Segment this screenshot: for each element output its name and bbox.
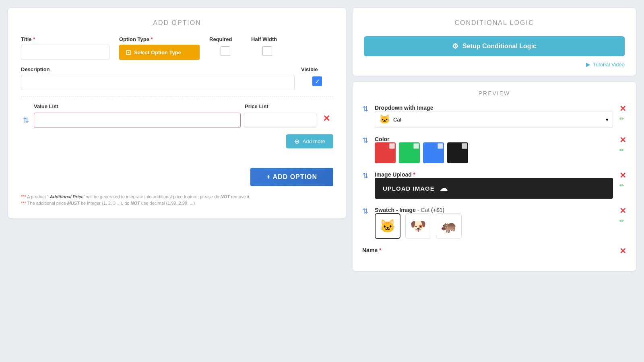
swatch-img-cat[interactable]: 🐱	[375, 213, 400, 239]
add-option-button[interactable]: + ADD OPTION	[250, 168, 333, 186]
preview-sort-handle-dropdown[interactable]: ⇅	[362, 105, 368, 113]
chevron-down-icon: ▾	[606, 117, 609, 123]
color-swatches	[375, 142, 613, 163]
value-price-header: Value List Price List	[21, 103, 333, 109]
preview-item-row-name: Name * ✕	[362, 247, 626, 255]
swatch-blue[interactable]	[423, 142, 444, 163]
notes: *** A product ".Additional Price" will b…	[21, 194, 333, 206]
note-line-1: *** A product ".Additional Price" will b…	[21, 194, 333, 199]
swatch-images: 🐱 🐶 🦛	[375, 213, 613, 239]
dropdown-select[interactable]: 🐱 Cat ▾	[375, 111, 613, 128]
add-option-panel: ADD OPTION Title * Option Type * ⊡ Selec…	[8, 8, 346, 218]
value-input[interactable]	[34, 113, 241, 128]
name-delete-button[interactable]: ✕	[619, 247, 626, 255]
description-label: Description	[21, 66, 295, 72]
preview-title: PREVIEW	[362, 90, 626, 97]
gear-icon: ⚙	[452, 42, 458, 51]
select-option-icon: ⊡	[126, 49, 131, 56]
divider	[21, 97, 333, 97]
price-list-label: Price List	[245, 103, 317, 109]
swatch-green[interactable]	[399, 142, 420, 163]
preview-item-dropdown: ⇅ Dropdown with Image 🐱 Cat ▾ ✕	[362, 105, 626, 128]
cat-emoji: 🐱	[379, 114, 390, 125]
conditional-logic-panel: CONDITIONAL LOGIC ⚙ Setup Conditional Lo…	[353, 8, 636, 76]
description-input[interactable]	[21, 75, 295, 90]
sort-handle[interactable]: ⇅	[21, 113, 31, 125]
add-more-icon: ⊕	[294, 138, 299, 145]
upload-label: Image Upload *	[375, 171, 613, 178]
preview-item-row-dropdown: ⇅ Dropdown with Image 🐱 Cat ▾ ✕	[362, 105, 626, 128]
title-group: Title *	[21, 36, 109, 60]
form-row-1: Title * Option Type * ⊡ Select Option Ty…	[21, 36, 333, 60]
dropdown-selected-text: Cat	[393, 117, 401, 123]
swatch-green-check	[413, 143, 419, 149]
preview-item-row-color: ⇅ Color	[362, 136, 626, 163]
option-type-required-star: *	[151, 36, 153, 42]
option-type-label: Option Type *	[119, 36, 200, 42]
color-delete-button[interactable]: ✕	[619, 136, 626, 144]
visible-group: Visible	[301, 66, 333, 86]
swatch-red[interactable]	[375, 142, 396, 163]
preview-item-color: ⇅ Color	[362, 136, 626, 163]
preview-item-upload: ⇅ Image Upload * UPLOAD IMAGE ☁ ✕	[362, 171, 626, 199]
swatch-img-dog[interactable]: 🐶	[405, 213, 431, 239]
option-type-group: Option Type * ⊡ Select Option Type	[119, 36, 200, 60]
upload-required-star: *	[413, 171, 415, 178]
swatch-label: Swatch - Image - Cat (+$1)	[375, 207, 613, 213]
required-group: Required	[209, 36, 242, 56]
required-checkbox-wrapper	[209, 45, 242, 56]
swatch-blue-check	[438, 143, 443, 149]
swatch-edit-button[interactable]	[619, 217, 626, 224]
add-more-button[interactable]: ⊕ Add more	[286, 134, 333, 148]
half-width-group: Half Width	[251, 36, 283, 56]
preview-panel: PREVIEW ⇅ Dropdown with Image 🐱 Cat ▾	[353, 82, 636, 271]
tutorial-link[interactable]: ▶ Tutorial Video	[364, 61, 625, 68]
color-label: Color	[375, 136, 613, 142]
upload-image-button[interactable]: UPLOAD IMAGE ☁	[375, 178, 613, 199]
setup-conditional-logic-button[interactable]: ⚙ Setup Conditional Logic	[364, 36, 625, 56]
dropdown-edit-button[interactable]	[619, 115, 626, 122]
swatch-suffix: - Cat (+$1)	[417, 207, 444, 213]
note-line-2: *** The additional price MUST be integer…	[21, 201, 333, 206]
half-width-checkbox[interactable]	[262, 46, 272, 56]
select-option-type-button[interactable]: ⊡ Select Option Type	[119, 45, 200, 60]
swatch-delete-button[interactable]: ✕	[619, 207, 626, 215]
dropdown-delete-button[interactable]: ✕	[619, 105, 626, 113]
name-label: Name *	[362, 247, 613, 253]
preview-item-row-swatch: ⇅ Swatch - Image - Cat (+$1) 🐱 🐶 🦛 ✕	[362, 207, 626, 239]
preview-sort-handle-upload[interactable]: ⇅	[362, 171, 368, 180]
upload-edit-button[interactable]	[619, 182, 626, 189]
required-checkbox[interactable]	[221, 46, 230, 56]
right-column: CONDITIONAL LOGIC ⚙ Setup Conditional Lo…	[353, 8, 636, 271]
visible-label: Visible	[301, 66, 333, 72]
half-width-checkbox-wrapper	[251, 45, 283, 56]
description-row: Description Visible	[21, 66, 333, 90]
title-required-star: *	[33, 36, 35, 42]
preview-sort-handle-swatch[interactable]: ⇅	[362, 207, 368, 216]
swatch-red-check	[389, 143, 395, 149]
delete-row-button[interactable]: ✕	[320, 113, 333, 125]
name-required-star: *	[379, 247, 381, 253]
price-input[interactable]	[244, 113, 316, 128]
preview-item-row-upload: ⇅ Image Upload * UPLOAD IMAGE ☁ ✕	[362, 171, 626, 199]
conditional-logic-title: CONDITIONAL LOGIC	[364, 19, 625, 27]
preview-sort-handle-color[interactable]: ⇅	[362, 136, 368, 145]
dropdown-cat-value: 🐱 Cat	[379, 114, 401, 125]
preview-item-name: Name * ✕	[362, 247, 626, 255]
value-price-row: ⇅ ✕	[21, 113, 333, 128]
preview-item-swatch: ⇅ Swatch - Image - Cat (+$1) 🐱 🐶 🦛 ✕	[362, 207, 626, 239]
visible-checkbox[interactable]	[312, 76, 322, 86]
dropdown-label: Dropdown with Image	[375, 105, 613, 111]
swatch-black[interactable]	[447, 142, 468, 163]
half-width-label: Half Width	[251, 36, 283, 42]
description-group: Description	[21, 66, 295, 90]
title-input[interactable]	[21, 45, 109, 60]
color-edit-button[interactable]	[619, 146, 626, 154]
value-list-label: Value List	[34, 103, 242, 109]
panel-title: ADD OPTION	[21, 19, 333, 27]
visible-checkbox-wrapper	[301, 75, 333, 86]
play-circle-icon: ▶	[586, 61, 590, 68]
cloud-upload-icon: ☁	[440, 183, 448, 193]
upload-delete-button[interactable]: ✕	[619, 171, 626, 179]
swatch-img-hippo[interactable]: 🦛	[436, 213, 462, 239]
